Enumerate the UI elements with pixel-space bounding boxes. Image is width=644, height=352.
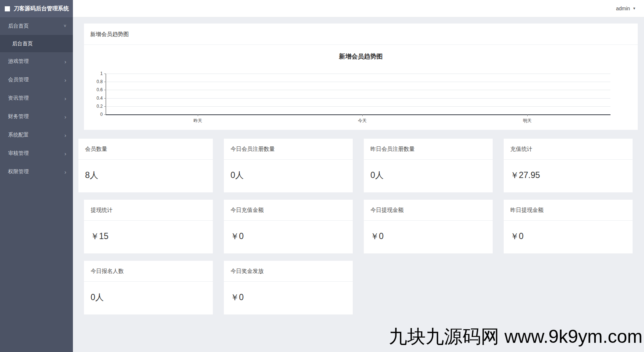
stat-label: 今日报名人数 [84, 261, 213, 282]
stat-label: 今日会员注册数量 [224, 139, 353, 160]
sidebar-subitem-label: 后台首页 [12, 40, 33, 47]
chevron-right-icon [64, 132, 66, 138]
stat-row-3: 今日报名人数 0人 今日奖金发放 ￥0 [84, 261, 353, 314]
stat-card-today-bonus: 今日奖金发放 ￥0 [224, 261, 353, 314]
x-axis-tick [362, 114, 363, 116]
sidebar: 刀客源码后台管理系统 后台首页 后台首页 游戏管理 会员管理 资讯管理 财务管理… [0, 0, 73, 352]
stat-label: 今日奖金发放 [224, 261, 353, 282]
stat-card-recharge-total: 充值统计 ￥27.95 [504, 139, 633, 192]
card-header: 新增会员趋势图 [84, 24, 638, 45]
chevron-right-icon [64, 77, 66, 83]
y-axis-label: 0.4 [96, 96, 103, 101]
stat-value: 0人 [84, 282, 213, 303]
stat-value: ￥27.95 [504, 160, 633, 181]
sidebar-item-label: 财务管理 [8, 113, 29, 120]
stat-value: 0人 [364, 160, 493, 181]
gridline [106, 106, 610, 107]
chevron-right-icon [64, 150, 66, 157]
stat-value: 0人 [224, 160, 353, 181]
stat-row-1: 会员数量 8人 今日会员注册数量 0人 昨日会员注册数量 0人 充值统计 ￥27… [78, 139, 633, 192]
sidebar-item-label: 系统配置 [8, 132, 29, 138]
stat-value: ￥0 [364, 221, 493, 242]
sidebar-item-label: 资讯管理 [8, 95, 29, 102]
user-dropdown[interactable]: admin [616, 6, 636, 11]
y-axis-label: 0 [100, 112, 103, 117]
sidebar-item-member-management[interactable]: 会员管理 [0, 71, 73, 89]
stat-label: 昨日会员注册数量 [364, 139, 493, 160]
chart-title: 新增会员趋势图 [84, 52, 638, 61]
sidebar-item-audit-management[interactable]: 审核管理 [0, 144, 73, 163]
chevron-right-icon [64, 114, 66, 120]
stat-value: ￥15 [84, 221, 213, 242]
gridline [106, 90, 610, 90]
stat-card-yesterday-registrations: 昨日会员注册数量 0人 [364, 139, 493, 192]
chevron-right-icon [64, 169, 66, 175]
stat-card-today-signups: 今日报名人数 0人 [84, 261, 213, 314]
stat-row-2: 提现统计 ￥15 今日充值金额 ￥0 今日提现金额 ￥0 昨日提现金额 ￥0 [84, 200, 633, 253]
x-axis-label: 明天 [523, 118, 532, 124]
sidebar-item-permission-management[interactable]: 权限管理 [0, 163, 73, 181]
y-axis-label: 0.8 [96, 79, 103, 84]
y-axis-tick [104, 98, 106, 99]
gridline [106, 74, 610, 74]
y-axis-label: 0.2 [96, 104, 103, 109]
x-axis-label: 昨天 [193, 118, 202, 124]
app-title: 刀客源码后台管理系统 [14, 5, 69, 12]
stat-label: 昨日提现金额 [504, 200, 633, 221]
app-logo-bar: 刀客源码后台管理系统 [0, 0, 73, 17]
y-axis-label: 1 [100, 71, 103, 76]
watermark-text: 九块九源码网 www.9k9ym.com [389, 324, 643, 349]
sidebar-item-label: 会员管理 [8, 77, 29, 83]
stat-label: 今日提现金额 [364, 200, 493, 221]
gridline [106, 98, 610, 99]
chevron-right-icon [64, 95, 66, 102]
stat-label: 今日充值金额 [224, 200, 353, 221]
stat-value: 8人 [78, 160, 213, 181]
stat-card-yesterday-withdraw: 昨日提现金额 ￥0 [504, 200, 633, 253]
sidebar-item-dashboard[interactable]: 后台首页 [0, 17, 73, 35]
chevron-right-icon [64, 58, 66, 65]
sidebar-item-label: 游戏管理 [8, 58, 29, 65]
y-axis-tick [104, 106, 106, 107]
stat-value: ￥0 [224, 221, 353, 242]
topbar: admin [73, 0, 644, 17]
x-axis-tick [527, 114, 528, 116]
sidebar-item-news-management[interactable]: 资讯管理 [0, 89, 73, 107]
y-axis-tick [104, 90, 106, 90]
y-axis-tick [104, 74, 106, 74]
stat-card-member-count: 会员数量 8人 [78, 139, 213, 192]
sidebar-subitem-dashboard-home[interactable]: 后台首页 [0, 35, 73, 52]
y-axis-tick [104, 82, 106, 82]
sidebar-item-label: 权限管理 [8, 168, 29, 175]
stat-value: ￥0 [504, 221, 633, 242]
stat-card-today-registrations: 今日会员注册数量 0人 [224, 139, 353, 192]
stat-label: 会员数量 [78, 139, 213, 160]
x-axis-label: 今天 [358, 118, 367, 124]
stat-card-today-recharge: 今日充值金额 ￥0 [224, 200, 353, 253]
caret-down-icon [633, 7, 636, 10]
sidebar-item-label: 后台首页 [8, 23, 29, 29]
stat-label: 提现统计 [84, 200, 213, 221]
stat-card-withdraw-total: 提现统计 ￥15 [84, 200, 213, 253]
y-axis-label: 0.6 [96, 87, 103, 92]
sidebar-item-finance-management[interactable]: 财务管理 [0, 107, 73, 126]
line-chart-plot-area: 10.80.60.40.20昨天今天明天 [106, 74, 610, 115]
app-logo-icon [5, 6, 10, 11]
new-member-trend-card: 新增会员趋势图 新增会员趋势图 10.80.60.40.20昨天今天明天 [84, 24, 638, 130]
y-axis-tick [104, 114, 106, 115]
sidebar-item-label: 审核管理 [8, 150, 29, 157]
stat-value: ￥0 [224, 282, 353, 303]
gridline [106, 82, 610, 82]
stat-card-today-withdraw: 今日提现金额 ￥0 [364, 200, 493, 253]
x-axis-tick [198, 114, 198, 116]
stat-label: 充值统计 [504, 139, 633, 160]
sidebar-item-game-management[interactable]: 游戏管理 [0, 52, 73, 71]
chevron-down-icon [64, 24, 66, 29]
sidebar-item-system-config[interactable]: 系统配置 [0, 126, 73, 144]
user-name: admin [616, 6, 630, 11]
